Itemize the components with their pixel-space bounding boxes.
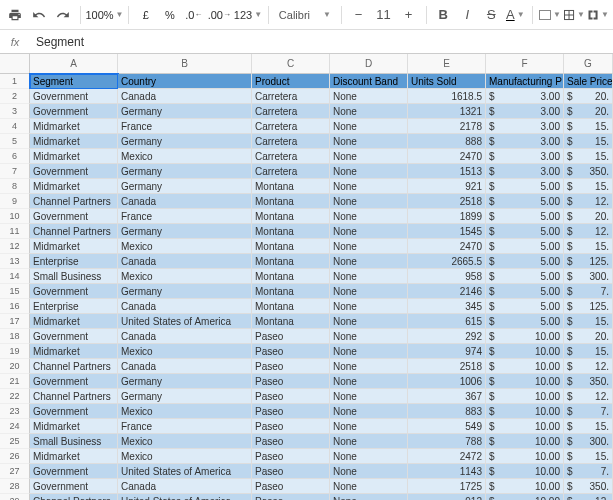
cell[interactable]: Montana bbox=[252, 209, 330, 224]
borders-button[interactable]: ▼ bbox=[563, 4, 585, 26]
cell[interactable]: None bbox=[330, 359, 408, 374]
cell[interactable]: 912 bbox=[408, 494, 486, 500]
cell[interactable]: Government bbox=[30, 89, 118, 104]
cell[interactable]: Montana bbox=[252, 254, 330, 269]
zoom-select[interactable]: 100%▼ bbox=[87, 4, 122, 26]
cell[interactable]: Carretera bbox=[252, 104, 330, 119]
cell[interactable]: None bbox=[330, 389, 408, 404]
cell[interactable]: Germany bbox=[118, 284, 252, 299]
cell[interactable]: 2665.5 bbox=[408, 254, 486, 269]
row-header[interactable]: 15 bbox=[0, 284, 30, 299]
row-header[interactable]: 28 bbox=[0, 479, 30, 494]
percent-button[interactable]: % bbox=[159, 4, 181, 26]
cell[interactable]: 921 bbox=[408, 179, 486, 194]
cell[interactable]: Paseo bbox=[252, 374, 330, 389]
cell[interactable]: None bbox=[330, 284, 408, 299]
cell[interactable]: $12. bbox=[564, 224, 613, 239]
cell[interactable]: 1725 bbox=[408, 479, 486, 494]
cell[interactable]: $10.00 bbox=[486, 344, 564, 359]
cell[interactable]: $10.00 bbox=[486, 434, 564, 449]
cell[interactable]: None bbox=[330, 209, 408, 224]
cell[interactable]: Paseo bbox=[252, 344, 330, 359]
cell[interactable]: Government bbox=[30, 284, 118, 299]
cell[interactable]: Government bbox=[30, 209, 118, 224]
cell[interactable]: None bbox=[330, 89, 408, 104]
cell[interactable]: $20. bbox=[564, 104, 613, 119]
cell[interactable]: $15. bbox=[564, 419, 613, 434]
cell[interactable]: $15. bbox=[564, 449, 613, 464]
cell[interactable]: Paseo bbox=[252, 494, 330, 500]
cell[interactable]: $125. bbox=[564, 254, 613, 269]
cell[interactable]: Midmarket bbox=[30, 344, 118, 359]
row-header[interactable]: 3 bbox=[0, 104, 30, 119]
cell[interactable]: Germany bbox=[118, 224, 252, 239]
cell[interactable]: 888 bbox=[408, 134, 486, 149]
row-header[interactable]: 4 bbox=[0, 119, 30, 134]
row-header[interactable]: 21 bbox=[0, 374, 30, 389]
header-cell[interactable]: Discount Band bbox=[330, 74, 408, 89]
cell[interactable]: Canada bbox=[118, 299, 252, 314]
cell[interactable]: Germany bbox=[118, 104, 252, 119]
header-cell[interactable]: Country bbox=[118, 74, 252, 89]
cell[interactable]: Channel Partners bbox=[30, 224, 118, 239]
cell[interactable]: Paseo bbox=[252, 404, 330, 419]
cell[interactable]: Midmarket bbox=[30, 239, 118, 254]
row-header[interactable]: 14 bbox=[0, 269, 30, 284]
cell[interactable]: None bbox=[330, 479, 408, 494]
cell[interactable]: 2178 bbox=[408, 119, 486, 134]
cell[interactable]: Mexico bbox=[118, 269, 252, 284]
select-all-corner[interactable] bbox=[0, 54, 30, 74]
cell[interactable]: $15. bbox=[564, 344, 613, 359]
cell[interactable]: $7. bbox=[564, 284, 613, 299]
cell[interactable]: 1321 bbox=[408, 104, 486, 119]
cell[interactable]: $125. bbox=[564, 299, 613, 314]
cell[interactable]: Mexico bbox=[118, 149, 252, 164]
cell[interactable]: 345 bbox=[408, 299, 486, 314]
cell[interactable]: Midmarket bbox=[30, 419, 118, 434]
row-header[interactable]: 7 bbox=[0, 164, 30, 179]
cell[interactable]: $10.00 bbox=[486, 404, 564, 419]
cell[interactable]: $12. bbox=[564, 389, 613, 404]
font-size-input[interactable]: 11 bbox=[372, 4, 396, 26]
cell[interactable]: None bbox=[330, 419, 408, 434]
row-header[interactable]: 2 bbox=[0, 89, 30, 104]
cell[interactable]: None bbox=[330, 314, 408, 329]
cell[interactable]: $3.00 bbox=[486, 89, 564, 104]
cell[interactable]: None bbox=[330, 404, 408, 419]
cell[interactable]: $12. bbox=[564, 359, 613, 374]
col-header-d[interactable]: D bbox=[330, 54, 408, 74]
header-cell[interactable]: Units Sold bbox=[408, 74, 486, 89]
cell[interactable]: Midmarket bbox=[30, 134, 118, 149]
fill-color-button[interactable]: ▼ bbox=[539, 4, 561, 26]
cell[interactable]: None bbox=[330, 149, 408, 164]
cell[interactable]: Midmarket bbox=[30, 449, 118, 464]
cell[interactable]: Germany bbox=[118, 389, 252, 404]
cell[interactable]: $300. bbox=[564, 434, 613, 449]
col-header-b[interactable]: B bbox=[118, 54, 252, 74]
header-cell[interactable]: Product bbox=[252, 74, 330, 89]
cell[interactable]: 1618.5 bbox=[408, 89, 486, 104]
cell[interactable]: 2518 bbox=[408, 359, 486, 374]
cell[interactable]: United States of America bbox=[118, 314, 252, 329]
col-header-f[interactable]: F bbox=[486, 54, 564, 74]
cell[interactable]: $5.00 bbox=[486, 179, 564, 194]
cell[interactable]: 883 bbox=[408, 404, 486, 419]
row-header[interactable]: 22 bbox=[0, 389, 30, 404]
cell[interactable]: Montana bbox=[252, 179, 330, 194]
cell[interactable]: Mexico bbox=[118, 404, 252, 419]
cell[interactable]: $5.00 bbox=[486, 314, 564, 329]
cell[interactable]: Canada bbox=[118, 329, 252, 344]
increase-decimal-button[interactable]: .00→ bbox=[207, 4, 232, 26]
formula-input[interactable]: Segment bbox=[30, 35, 613, 49]
cell[interactable]: Channel Partners bbox=[30, 194, 118, 209]
cell[interactable]: Midmarket bbox=[30, 314, 118, 329]
cell[interactable]: 1899 bbox=[408, 209, 486, 224]
cell[interactable]: $3.00 bbox=[486, 119, 564, 134]
cell[interactable]: 1143 bbox=[408, 464, 486, 479]
cell[interactable]: Government bbox=[30, 479, 118, 494]
cell[interactable]: Montana bbox=[252, 239, 330, 254]
cell[interactable]: $3.00 bbox=[486, 104, 564, 119]
merge-cells-button[interactable]: ▼ bbox=[587, 4, 609, 26]
row-header[interactable]: 27 bbox=[0, 464, 30, 479]
cell[interactable]: 367 bbox=[408, 389, 486, 404]
